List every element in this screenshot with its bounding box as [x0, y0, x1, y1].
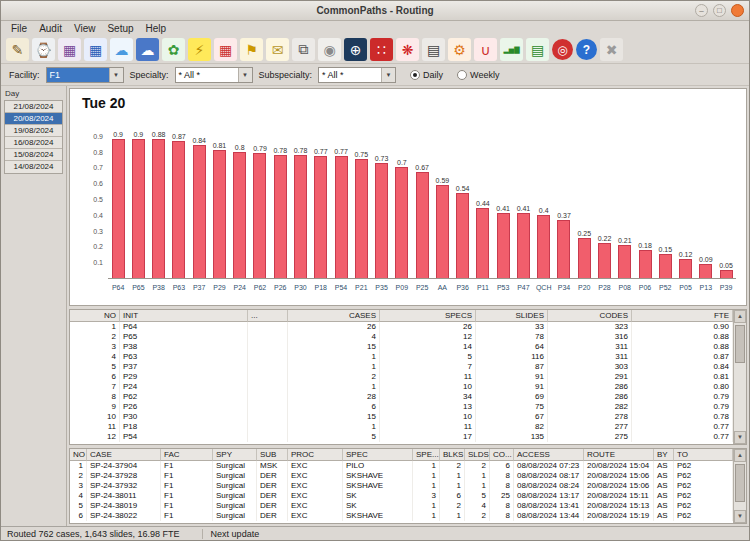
- chart-bar[interactable]: [193, 145, 206, 278]
- chart-bar[interactable]: [355, 159, 368, 278]
- table-row[interactable]: 9P26613752820.79: [70, 402, 733, 412]
- chart-bar[interactable]: [456, 193, 469, 278]
- chart-bar[interactable]: [233, 152, 246, 278]
- cloud-upload-icon[interactable]: ☁: [110, 38, 133, 61]
- column-header[interactable]: SPECS: [380, 310, 476, 322]
- chart-bar[interactable]: [497, 213, 510, 278]
- column-header[interactable]: CODES: [548, 310, 632, 322]
- chart-bar[interactable]: [172, 141, 185, 278]
- chart-bar[interactable]: [416, 172, 429, 278]
- date-item[interactable]: 15/08/2024: [5, 149, 62, 161]
- column-header[interactable]: BLKS: [440, 449, 465, 461]
- maximize-button[interactable]: □: [713, 4, 726, 17]
- column-header[interactable]: ROUTE: [584, 449, 654, 461]
- minimize-button[interactable]: –: [695, 4, 708, 17]
- scroll-track[interactable]: [734, 323, 746, 431]
- notes-icon[interactable]: ✎: [6, 38, 29, 61]
- column-header[interactable]: INIT: [120, 310, 248, 322]
- table-row[interactable]: 1SP-24-37904F1SurgicalMSKEXCPILO122608/0…: [70, 461, 733, 471]
- table-row[interactable]: 5SP-24-38019F1SurgicalDEREXCSK124808/08/…: [70, 501, 733, 511]
- chart-bar[interactable]: [335, 156, 348, 278]
- chart-bar[interactable]: [679, 259, 692, 278]
- chart-bar[interactable]: [618, 245, 631, 278]
- scroll-up-icon[interactable]: ▲: [734, 449, 746, 462]
- column-header[interactable]: SLIDES: [476, 310, 548, 322]
- scroll-thumb[interactable]: [735, 464, 745, 502]
- chart-bar[interactable]: [395, 167, 408, 278]
- burst-icon[interactable]: ❋: [396, 38, 419, 61]
- chart-bar[interactable]: [537, 215, 550, 278]
- column-header[interactable]: FTE: [632, 310, 733, 322]
- date-item[interactable]: 16/08/2024: [5, 137, 62, 149]
- column-header[interactable]: TO: [674, 449, 733, 461]
- table-row[interactable]: 11P18111822770.77: [70, 422, 733, 432]
- table-row[interactable]: 3P381514643110.88: [70, 342, 733, 352]
- chart-bar[interactable]: [375, 163, 388, 278]
- chart-bar[interactable]: [436, 185, 449, 278]
- table-row[interactable]: 7P24110912860.80: [70, 382, 733, 392]
- mail-icon[interactable]: ✉: [266, 38, 289, 61]
- chart-bar[interactable]: [112, 139, 125, 278]
- column-header[interactable]: SPEC: [343, 449, 413, 461]
- chart-bar[interactable]: [639, 250, 652, 278]
- table-row[interactable]: 1P642626333230.90: [70, 322, 733, 332]
- column-header[interactable]: BY: [654, 449, 674, 461]
- scroll-down-icon[interactable]: ▼: [734, 510, 746, 523]
- menu-view[interactable]: View: [68, 23, 102, 34]
- column-header[interactable]: ...: [248, 310, 288, 322]
- column-header[interactable]: SPE...: [413, 449, 440, 461]
- scroll-down-icon[interactable]: ▼: [734, 431, 746, 444]
- facility-dropdown[interactable]: F1 ▼: [46, 67, 124, 83]
- menu-audit[interactable]: Audit: [33, 23, 68, 34]
- chart-bar[interactable]: [152, 139, 165, 278]
- magnet-icon[interactable]: ∪: [474, 38, 497, 61]
- chart-bar[interactable]: [132, 139, 145, 278]
- menu-help[interactable]: Help: [140, 23, 173, 34]
- table-row[interactable]: 6P29211912910.81: [70, 372, 733, 382]
- date-item[interactable]: 14/08/2024: [5, 161, 62, 173]
- nature-icon[interactable]: ✿: [162, 38, 185, 61]
- table-row[interactable]: 12P545171352750.77: [70, 432, 733, 442]
- globe-icon[interactable]: ⊕: [344, 38, 367, 61]
- gear-icon[interactable]: ⚙: [448, 38, 471, 61]
- date-item-selected[interactable]: 20/08/2024: [5, 113, 62, 125]
- chevron-down-icon[interactable]: ▼: [381, 68, 395, 82]
- table-row[interactable]: 6SP-24-38022F1SurgicalDEREXCSKSHAVE11280…: [70, 511, 733, 521]
- table-row[interactable]: 2P65412783160.88: [70, 332, 733, 342]
- column-header[interactable]: NO: [70, 449, 87, 461]
- chart-bar[interactable]: [253, 153, 266, 278]
- schedule-icon[interactable]: ▦: [58, 38, 81, 61]
- calculator-icon[interactable]: ▤: [422, 38, 445, 61]
- column-header[interactable]: SPY: [213, 449, 257, 461]
- chart-bar[interactable]: [213, 150, 226, 278]
- table-row[interactable]: 8P622834692860.79: [70, 392, 733, 402]
- daily-radio[interactable]: Daily: [410, 70, 443, 80]
- column-header[interactable]: PROC: [288, 449, 343, 461]
- chart-bar[interactable]: [720, 270, 733, 278]
- clock-icon[interactable]: ⌚: [32, 38, 55, 61]
- column-header[interactable]: NO: [70, 310, 120, 322]
- chevron-down-icon[interactable]: ▼: [238, 68, 252, 82]
- date-item[interactable]: 21/08/2024: [5, 101, 62, 113]
- table-row[interactable]: 10P301510672780.78: [70, 412, 733, 422]
- column-header[interactable]: CASES: [288, 310, 380, 322]
- scroll-track[interactable]: [734, 462, 746, 510]
- chevron-down-icon[interactable]: ▼: [109, 68, 123, 82]
- menu-setup[interactable]: Setup: [101, 23, 139, 34]
- scroll-up-icon[interactable]: ▲: [734, 310, 746, 323]
- dots-icon[interactable]: ∷: [370, 38, 393, 61]
- printer-icon[interactable]: ⧉: [292, 38, 315, 61]
- chart-bar[interactable]: [274, 155, 287, 278]
- close-icon[interactable]: ✖: [600, 38, 623, 61]
- column-header[interactable]: SUB: [257, 449, 288, 461]
- table-row[interactable]: 4SP-24-38011F1SurgicalDEREXCSK3652508/08…: [70, 491, 733, 501]
- column-header[interactable]: CASE: [87, 449, 161, 461]
- flag-icon[interactable]: ⚑: [240, 38, 263, 61]
- vertical-scrollbar[interactable]: ▲ ▼: [733, 449, 746, 523]
- table-row[interactable]: 2SP-24-37928F1SurgicalDEREXCSKSHAVE11180…: [70, 471, 733, 481]
- specialty-dropdown[interactable]: * All * ▼: [175, 67, 253, 83]
- lifebuoy-icon[interactable]: ◎: [552, 39, 573, 60]
- chart-bar[interactable]: [578, 238, 591, 278]
- column-header[interactable]: ACCESS: [514, 449, 584, 461]
- lightning-icon[interactable]: ⚡: [188, 38, 211, 61]
